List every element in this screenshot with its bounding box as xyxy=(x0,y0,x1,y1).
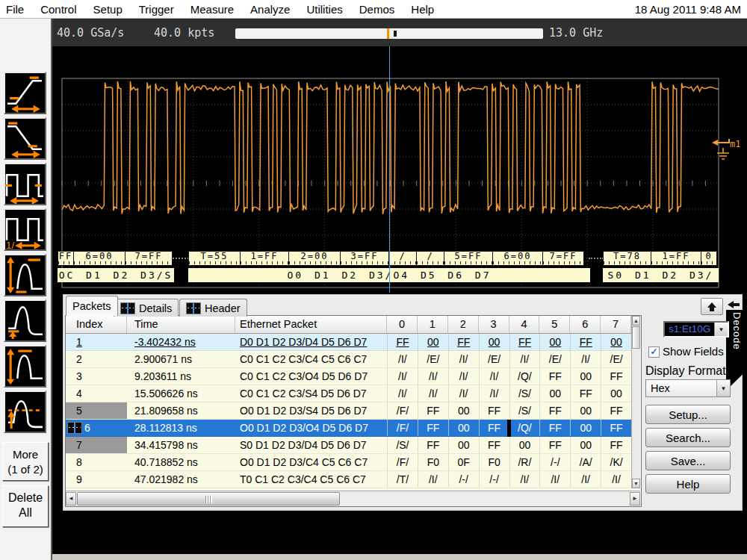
bus-field-value: 6=00 xyxy=(73,251,125,266)
collapse-panel-up-button[interactable] xyxy=(701,298,723,315)
cell-byte-0: /I/ xyxy=(387,351,418,367)
tab-header[interactable]: Header xyxy=(179,299,247,317)
cell-byte-1: FF xyxy=(418,437,448,453)
cell-byte-6: FF xyxy=(570,334,601,350)
column-header-4[interactable]: 4 xyxy=(509,316,540,333)
display-format-value: Hex xyxy=(646,380,716,396)
frequency-button[interactable]: 1/ xyxy=(4,208,46,251)
v-top-button[interactable] xyxy=(4,345,46,388)
packet-row-7[interactable]: 734.415798 nsS0 D1 D2 D3/D4 D5 D6 D7/S/F… xyxy=(66,437,631,454)
v-average-icon xyxy=(5,392,45,432)
save-button[interactable]: Save... xyxy=(645,451,731,470)
search-button[interactable]: Search... xyxy=(645,428,731,447)
packet-table: 1-3.402432 nsD0 D1 D2 D3/D4 D5 D6 D7FF00… xyxy=(66,334,631,491)
vertical-scroll-thumb[interactable] xyxy=(632,326,640,349)
horizontal-position-bar[interactable] xyxy=(235,28,543,39)
cell-byte-4: /I/ xyxy=(509,471,540,488)
column-header-6[interactable]: 6 xyxy=(570,316,601,333)
column-header-1[interactable]: 1 xyxy=(418,316,448,333)
v-min-button[interactable] xyxy=(4,299,46,342)
horizontal-scroll-thumb[interactable] xyxy=(77,492,340,505)
help-button[interactable]: Help xyxy=(645,474,731,494)
cell-byte-2: 00 xyxy=(448,402,479,419)
tab-details[interactable]: Details xyxy=(114,299,179,317)
column-header-index[interactable]: Index xyxy=(66,316,127,333)
cell-byte-3: FF xyxy=(479,420,509,436)
measurement-sidebar: 1/ xyxy=(0,18,52,560)
menu-file[interactable]: File xyxy=(0,3,32,16)
column-header-ethernet-packet[interactable]: Ethernet Packet xyxy=(235,316,387,333)
cell-packet: C0 C1 C2 C3/C4 C5 C6 C7 xyxy=(235,351,387,367)
trigger-position-tick xyxy=(387,28,389,39)
cell-byte-3: /E/ xyxy=(479,351,509,367)
more-page-indicator: (1 of 2) xyxy=(3,462,48,477)
setup-button[interactable]: Setup... xyxy=(645,405,731,424)
dropdown-arrow-icon[interactable]: ▼ xyxy=(714,323,728,336)
menu-analyze[interactable]: Analyze xyxy=(242,3,298,16)
bus-field-value: T=55 xyxy=(188,251,241,266)
table-horizontal-scrollbar[interactable]: ◄ ► xyxy=(66,491,640,506)
column-header-0[interactable]: 0 xyxy=(387,316,418,333)
period-button[interactable] xyxy=(4,163,46,205)
scroll-grip xyxy=(205,496,212,503)
packet-row-4[interactable]: 415.506626 nsC0 C1 C2 C3/S4 D5 D6 D7/I//… xyxy=(66,385,631,402)
cell-index: 6 xyxy=(66,420,127,436)
cell-packet: S0 D1 D2 D3/D4 D5 D6 D7 xyxy=(235,437,387,453)
rise-time-button[interactable] xyxy=(4,72,46,114)
scroll-up-button[interactable]: ▲ xyxy=(632,316,640,326)
menu-trigger[interactable]: Trigger xyxy=(131,3,182,16)
tab-packets[interactable]: Packets xyxy=(66,296,118,316)
cell-packet: O0 D1 D2 D3/C4 C5 C6 C7 xyxy=(235,454,387,470)
menu-demos[interactable]: Demos xyxy=(351,3,403,16)
cell-index: 3 xyxy=(66,368,127,385)
cell-packet: T0 C1 C2 C3/C4 C5 C6 C7 xyxy=(235,471,387,488)
table-vertical-scrollbar[interactable]: ▲ ▼ xyxy=(631,316,640,488)
packet-row-8[interactable]: 840.718852 nsO0 D1 D2 D3/C4 C5 C6 C7/F/F… xyxy=(66,454,631,471)
packet-row-5[interactable]: 521.809658 nsO0 D1 D2 D3/S4 D5 D6 D7/F/F… xyxy=(66,402,631,420)
cell-byte-6: FF xyxy=(570,385,601,402)
scroll-left-button[interactable]: ◄ xyxy=(66,492,76,505)
packet-row-3[interactable]: 39.203611 nsC0 C1 C2 C3/O4 D5 D6 D7/I//I… xyxy=(66,368,631,385)
fall-time-icon xyxy=(5,119,45,158)
v-average-button[interactable] xyxy=(4,391,46,433)
packet-row-1[interactable]: 1-3.402432 nsD0 D1 D2 D3/D4 D5 D6 D7FF00… xyxy=(66,334,631,351)
v-max-button[interactable] xyxy=(4,254,46,296)
cell-byte-3: FF xyxy=(479,437,509,453)
column-header-2[interactable]: 2 xyxy=(448,316,479,333)
menu-measure[interactable]: Measure xyxy=(182,3,242,16)
cell-byte-2: 0F xyxy=(448,454,479,470)
position-handle[interactable] xyxy=(394,31,397,37)
column-header-3[interactable]: 3 xyxy=(479,316,509,333)
scroll-right-button[interactable]: ► xyxy=(630,492,640,505)
cell-byte-1: FF xyxy=(418,402,448,419)
packet-row-2[interactable]: 22.900671 nsC0 C1 C2 C3/C4 C5 C6 C7/I//E… xyxy=(66,351,631,368)
cursor-tab-icon xyxy=(120,302,135,314)
cell-byte-0: /F/ xyxy=(387,420,418,436)
fall-time-button[interactable] xyxy=(4,117,46,160)
decode-source-dropdown[interactable]: s1:Et10G ▼ xyxy=(663,321,729,337)
menu-utilities[interactable]: Utilities xyxy=(298,3,350,16)
packet-row-6[interactable]: 628.112813 nsO0 D1 D2 D3/O4 D5 D6 D7/F/F… xyxy=(66,420,631,437)
more-measurements-button[interactable]: More (1 of 2) xyxy=(2,442,49,481)
column-header-time[interactable]: Time xyxy=(127,316,235,333)
column-header-7[interactable]: 7 xyxy=(601,316,631,333)
scroll-down-button[interactable]: ▼ xyxy=(632,479,640,488)
bus-field-value: / xyxy=(416,251,444,266)
cell-byte-6: 00 xyxy=(570,420,601,436)
cell-index: 7 xyxy=(66,437,127,453)
cell-byte-6: /A/ xyxy=(570,454,601,470)
m1-marker[interactable]: m1 xyxy=(712,139,740,159)
delete-all-button[interactable]: Delete All xyxy=(2,485,49,527)
menu-control[interactable]: Control xyxy=(32,3,84,16)
cell-byte-5: 00 xyxy=(539,385,570,402)
menu-help[interactable]: Help xyxy=(403,3,442,16)
dropdown-arrow-icon[interactable]: ▼ xyxy=(716,380,730,396)
bottom-strip xyxy=(52,554,747,560)
time-cursor-line[interactable] xyxy=(389,46,390,293)
packet-row-9[interactable]: 947.021982 nsT0 C1 C2 C3/C4 C5 C6 C7/T//… xyxy=(66,471,631,488)
show-fields-checkbox[interactable]: ✓ xyxy=(648,346,660,358)
display-format-label: Display Format xyxy=(645,364,726,378)
column-header-5[interactable]: 5 xyxy=(539,316,570,333)
display-format-dropdown[interactable]: Hex ▼ xyxy=(645,379,731,397)
menu-setup[interactable]: Setup xyxy=(85,3,131,16)
